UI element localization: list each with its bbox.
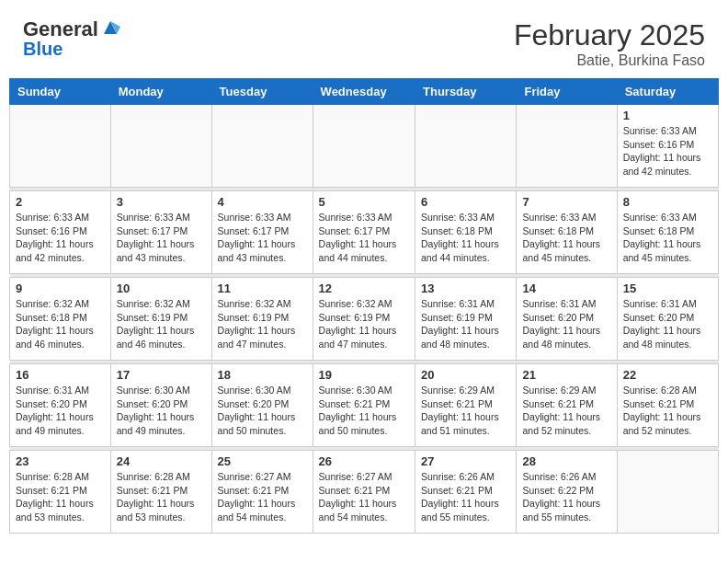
day-number: 23: [16, 454, 105, 468]
day-number: 19: [319, 368, 409, 382]
col-header-saturday: Saturday: [617, 79, 718, 105]
day-info: Sunrise: 6:30 AM Sunset: 6:20 PM Dayligh…: [218, 384, 307, 438]
day-number: 7: [522, 195, 610, 209]
calendar-cell: 7Sunrise: 6:33 AM Sunset: 6:18 PM Daylig…: [517, 191, 617, 274]
day-info: Sunrise: 6:33 AM Sunset: 6:18 PM Dayligh…: [421, 211, 510, 265]
logo-blue-text: Blue: [23, 39, 63, 59]
day-info: Sunrise: 6:29 AM Sunset: 6:21 PM Dayligh…: [421, 384, 510, 438]
day-number: 24: [117, 454, 206, 468]
calendar-table: SundayMondayTuesdayWednesdayThursdayFrid…: [9, 78, 719, 534]
day-number: 8: [623, 195, 712, 209]
calendar-cell: 23Sunrise: 6:28 AM Sunset: 6:21 PM Dayli…: [10, 451, 111, 534]
day-number: 26: [319, 454, 409, 468]
logo: General Blue: [23, 18, 120, 59]
day-info: Sunrise: 6:31 AM Sunset: 6:20 PM Dayligh…: [16, 384, 105, 438]
day-number: 12: [319, 282, 409, 295]
day-info: Sunrise: 6:28 AM Sunset: 6:21 PM Dayligh…: [16, 470, 105, 524]
day-info: Sunrise: 6:30 AM Sunset: 6:21 PM Dayligh…: [319, 384, 409, 438]
day-info: Sunrise: 6:33 AM Sunset: 6:17 PM Dayligh…: [319, 211, 409, 265]
calendar-cell: 6Sunrise: 6:33 AM Sunset: 6:18 PM Daylig…: [415, 191, 517, 274]
day-number: 20: [421, 368, 510, 382]
day-number: 5: [319, 195, 409, 209]
day-info: Sunrise: 6:29 AM Sunset: 6:21 PM Dayligh…: [522, 384, 610, 438]
calendar-cell: 22Sunrise: 6:28 AM Sunset: 6:21 PM Dayli…: [617, 364, 718, 447]
calendar-cell: 26Sunrise: 6:27 AM Sunset: 6:21 PM Dayli…: [313, 451, 415, 534]
day-number: 21: [522, 368, 610, 382]
day-info: Sunrise: 6:28 AM Sunset: 6:21 PM Dayligh…: [117, 470, 206, 524]
calendar-cell: 16Sunrise: 6:31 AM Sunset: 6:20 PM Dayli…: [10, 364, 111, 447]
day-number: 25: [218, 454, 307, 468]
page-header: General Blue February 2025 Batie, Burkin…: [9, 9, 719, 74]
calendar-cell: [617, 451, 718, 534]
calendar-cell: 28Sunrise: 6:26 AM Sunset: 6:22 PM Dayli…: [517, 451, 617, 534]
day-number: 27: [421, 454, 510, 468]
calendar-cell: 15Sunrise: 6:31 AM Sunset: 6:20 PM Dayli…: [617, 278, 718, 361]
day-info: Sunrise: 6:33 AM Sunset: 6:17 PM Dayligh…: [218, 211, 307, 265]
title-block: February 2025 Batie, Burkina Faso: [514, 18, 705, 69]
day-number: 28: [522, 454, 610, 468]
day-number: 13: [421, 282, 510, 295]
col-header-wednesday: Wednesday: [313, 79, 415, 105]
calendar-cell: 13Sunrise: 6:31 AM Sunset: 6:19 PM Dayli…: [415, 278, 517, 361]
calendar-cell: [415, 105, 517, 188]
calendar-week-1: 1Sunrise: 6:33 AM Sunset: 6:16 PM Daylig…: [10, 105, 719, 188]
day-info: Sunrise: 6:32 AM Sunset: 6:18 PM Dayligh…: [16, 297, 105, 351]
calendar-week-2: 2Sunrise: 6:33 AM Sunset: 6:16 PM Daylig…: [10, 191, 719, 274]
day-number: 16: [16, 368, 105, 382]
calendar-header-row: SundayMondayTuesdayWednesdayThursdayFrid…: [10, 79, 719, 105]
calendar-cell: 24Sunrise: 6:28 AM Sunset: 6:21 PM Dayli…: [110, 451, 211, 534]
day-info: Sunrise: 6:26 AM Sunset: 6:22 PM Dayligh…: [522, 470, 610, 524]
day-info: Sunrise: 6:31 AM Sunset: 6:20 PM Dayligh…: [522, 297, 610, 351]
day-info: Sunrise: 6:26 AM Sunset: 6:21 PM Dayligh…: [421, 470, 510, 524]
day-info: Sunrise: 6:33 AM Sunset: 6:18 PM Dayligh…: [623, 211, 712, 265]
day-info: Sunrise: 6:27 AM Sunset: 6:21 PM Dayligh…: [319, 470, 409, 524]
day-info: Sunrise: 6:30 AM Sunset: 6:20 PM Dayligh…: [117, 384, 206, 438]
calendar-cell: [10, 105, 111, 188]
location-title: Batie, Burkina Faso: [514, 52, 705, 69]
day-number: 3: [117, 195, 206, 209]
col-header-thursday: Thursday: [415, 79, 517, 105]
col-header-friday: Friday: [517, 79, 617, 105]
calendar-cell: 17Sunrise: 6:30 AM Sunset: 6:20 PM Dayli…: [110, 364, 211, 447]
calendar-cell: 21Sunrise: 6:29 AM Sunset: 6:21 PM Dayli…: [517, 364, 617, 447]
day-number: 9: [16, 282, 105, 295]
day-info: Sunrise: 6:33 AM Sunset: 6:16 PM Dayligh…: [16, 211, 105, 265]
day-info: Sunrise: 6:27 AM Sunset: 6:21 PM Dayligh…: [218, 470, 307, 524]
day-number: 14: [522, 282, 610, 295]
day-info: Sunrise: 6:32 AM Sunset: 6:19 PM Dayligh…: [117, 297, 206, 351]
calendar-cell: 4Sunrise: 6:33 AM Sunset: 6:17 PM Daylig…: [211, 191, 313, 274]
month-title: February 2025: [514, 18, 705, 52]
day-number: 11: [218, 282, 307, 295]
day-number: 18: [218, 368, 307, 382]
calendar-cell: 14Sunrise: 6:31 AM Sunset: 6:20 PM Dayli…: [517, 278, 617, 361]
calendar-cell: [517, 105, 617, 188]
calendar-week-5: 23Sunrise: 6:28 AM Sunset: 6:21 PM Dayli…: [10, 451, 719, 534]
day-number: 15: [623, 282, 712, 295]
calendar-cell: 19Sunrise: 6:30 AM Sunset: 6:21 PM Dayli…: [313, 364, 415, 447]
calendar-cell: 5Sunrise: 6:33 AM Sunset: 6:17 PM Daylig…: [313, 191, 415, 274]
calendar-cell: 18Sunrise: 6:30 AM Sunset: 6:20 PM Dayli…: [211, 364, 313, 447]
day-info: Sunrise: 6:32 AM Sunset: 6:19 PM Dayligh…: [218, 297, 307, 351]
calendar-cell: 9Sunrise: 6:32 AM Sunset: 6:18 PM Daylig…: [10, 278, 111, 361]
calendar-cell: 10Sunrise: 6:32 AM Sunset: 6:19 PM Dayli…: [110, 278, 211, 361]
day-number: 10: [117, 282, 206, 295]
day-info: Sunrise: 6:33 AM Sunset: 6:17 PM Dayligh…: [117, 211, 206, 265]
col-header-tuesday: Tuesday: [211, 79, 313, 105]
calendar-cell: 8Sunrise: 6:33 AM Sunset: 6:18 PM Daylig…: [617, 191, 718, 274]
col-header-sunday: Sunday: [10, 79, 111, 105]
calendar-week-4: 16Sunrise: 6:31 AM Sunset: 6:20 PM Dayli…: [10, 364, 719, 447]
col-header-monday: Monday: [110, 79, 211, 105]
day-number: 4: [218, 195, 307, 209]
day-info: Sunrise: 6:32 AM Sunset: 6:19 PM Dayligh…: [319, 297, 409, 351]
day-number: 2: [16, 195, 105, 209]
day-info: Sunrise: 6:31 AM Sunset: 6:19 PM Dayligh…: [421, 297, 510, 351]
day-info: Sunrise: 6:28 AM Sunset: 6:21 PM Dayligh…: [623, 384, 712, 438]
calendar-cell: 20Sunrise: 6:29 AM Sunset: 6:21 PM Dayli…: [415, 364, 517, 447]
calendar-cell: [313, 105, 415, 188]
day-number: 22: [623, 368, 712, 382]
day-number: 1: [623, 109, 712, 122]
day-info: Sunrise: 6:31 AM Sunset: 6:20 PM Dayligh…: [623, 297, 712, 351]
logo-icon: [100, 17, 120, 38]
calendar-cell: 3Sunrise: 6:33 AM Sunset: 6:17 PM Daylig…: [110, 191, 211, 274]
calendar-cell: 27Sunrise: 6:26 AM Sunset: 6:21 PM Dayli…: [415, 451, 517, 534]
